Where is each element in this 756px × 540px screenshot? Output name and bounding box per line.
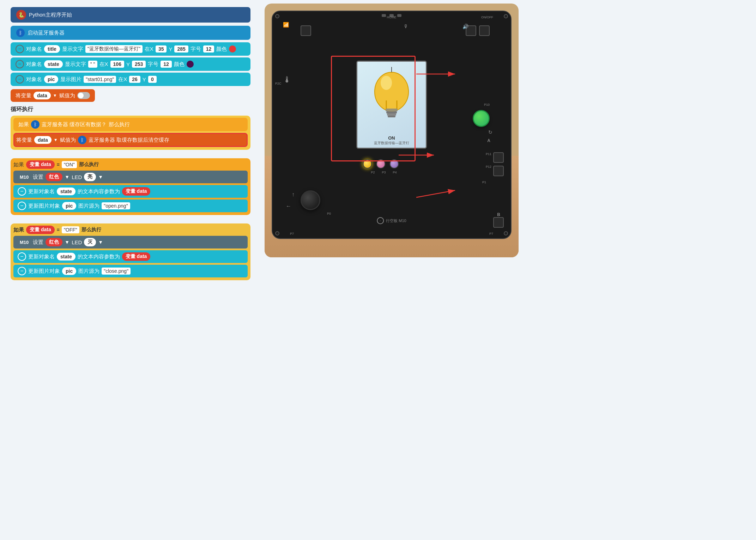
- set-label-on: 设置: [33, 174, 43, 180]
- data-var-pill-2: data: [34, 136, 52, 144]
- assign-label: 赋值为: [59, 92, 75, 99]
- logo-circle: −: [377, 217, 384, 224]
- assign-label-2: 赋值为: [60, 137, 76, 143]
- font-val-1: 12: [203, 45, 214, 53]
- state-pill: state: [44, 60, 63, 68]
- update-state-label2-off: 的文本内容参数为: [78, 253, 120, 260]
- y-val-2: 253: [132, 61, 146, 68]
- y-val-3: 0: [148, 76, 157, 83]
- p4-label: P4: [393, 171, 397, 174]
- show-label-1: 显示文字: [62, 46, 83, 53]
- y-label-2: Y: [126, 61, 130, 67]
- hw-screen: ON 蓝牙数据传输—蓝牙灯: [356, 61, 427, 149]
- display-pic-block: − 对象名 pic 显示图片 start01.png 在X 26 Y 0: [11, 73, 250, 86]
- update-pic-off-block: − 更新图片对象 pic 图片源为 close.png: [13, 265, 248, 277]
- update-state-label-on: 更新对象名: [28, 188, 55, 195]
- conn-slot-3: [397, 14, 401, 17]
- led-label-off: LED: [72, 239, 82, 245]
- title-pill: title: [44, 45, 60, 53]
- set-label-off: 设置: [33, 239, 43, 246]
- minus-icon-5: −: [18, 202, 26, 210]
- if-bluetooth-row: 如果 ᛒ 蓝牙服务器 缓存区有数据？ 那么执行: [13, 118, 248, 131]
- update-state-off-block: − 更新对象名 state 的文本内容参数为 变量 data: [13, 250, 248, 263]
- open-png-on: open.png: [102, 202, 130, 209]
- led-state-off: 灭: [84, 238, 96, 246]
- extra-btn[interactable]: [479, 25, 490, 36]
- board-logo-text: 行空板 M10: [386, 218, 406, 223]
- screen-text: ON 蓝牙数据传输—蓝牙灯: [374, 135, 409, 146]
- obj-label-2: 对象名: [26, 61, 42, 68]
- arrow-down-1: ▼: [53, 93, 57, 98]
- python-start-label: Python主程序开始: [29, 12, 72, 18]
- obj-label-1: 对象名: [26, 46, 42, 53]
- python-start-block: 🐍 Python主程序开始: [11, 7, 250, 23]
- svg-rect-7: [388, 116, 395, 117]
- svg-point-9: [374, 72, 409, 112]
- board-body: HOME ON/OFF: [272, 11, 512, 239]
- red-color-dot: [229, 45, 236, 53]
- bt-clear-label: 蓝牙服务器 取缓存数据后清空缓存: [89, 137, 169, 143]
- b-button[interactable]: [493, 217, 504, 228]
- show-label-3: 显示图片: [60, 76, 81, 83]
- update-state-label-off: 更新对象名: [28, 253, 55, 260]
- m10-badge-2: M10: [18, 239, 31, 246]
- a-label: A: [487, 138, 490, 143]
- loop-label: 循环执行: [11, 106, 250, 113]
- left-arrow-icon: ↑: [292, 191, 295, 198]
- bluetooth-start-label: 启动蓝牙服务器: [28, 30, 65, 36]
- led-label-on: LED: [72, 174, 82, 180]
- obj-label-3: 对象名: [26, 76, 42, 83]
- then-label-off: 那么执行: [81, 227, 101, 233]
- display-state-block: − 对象名 state 显示文字 在X 106 Y 253 字号 12 颜色: [11, 57, 250, 71]
- if-on-group: 如果 变量 data = ON 那么执行 M10 设置 红色 ▼ LED 亮 ▼…: [11, 158, 250, 215]
- arrow-color-off: ▼: [65, 239, 69, 245]
- x-label-3: 在X: [118, 76, 127, 83]
- main-container: 🐍 Python主程序开始 ᛒ 启动蓝牙服务器 − 对象名 title 显示文字…: [0, 0, 756, 287]
- home-btn[interactable]: [301, 25, 311, 36]
- color-label-1: 颜色: [216, 46, 227, 53]
- right-buttons: [493, 152, 504, 176]
- bulb-container: [357, 67, 426, 127]
- update-pic-label-off: 更新图片对象: [28, 268, 60, 275]
- loop-text: 循环执行: [11, 106, 33, 112]
- p12-btn[interactable]: [493, 166, 504, 176]
- color-red-off: 红色: [46, 238, 62, 246]
- screen-subtitle: 蓝牙数据传输—蓝牙灯: [374, 141, 409, 146]
- display-title-block: − 对象名 title 显示文字 蓝牙数据传输—蓝牙灯 在X 35 Y 285 …: [11, 42, 250, 56]
- led-on-block: M10 设置 红色 ▼ LED 亮 ▼: [13, 171, 248, 183]
- update-pic-on-block: − 更新图片对象 pic 图片源为 open.png: [13, 200, 248, 212]
- bt-cache-label: 蓝牙服务器 缓存区有数据？: [42, 121, 107, 128]
- state-pill-off: state: [57, 253, 75, 260]
- dark-purple-color-dot: [187, 61, 194, 68]
- toggle-switch[interactable]: [77, 92, 90, 99]
- update-pic-label2-off: 图片源为: [78, 268, 99, 275]
- color-red-on: 红色: [46, 173, 62, 181]
- green-button[interactable]: [473, 110, 490, 127]
- led-labels: P2 P3 P4: [371, 171, 397, 174]
- arrow-state-off: ▼: [98, 239, 103, 245]
- onoff-label: ON/OFF: [481, 16, 493, 19]
- blocks-panel: 🐍 Python主程序开始 ᛒ 启动蓝牙服务器 − 对象名 title 显示文字…: [11, 7, 250, 280]
- y-label-1: Y: [169, 46, 172, 52]
- minus-icon-4: −: [18, 187, 26, 196]
- mic-icon: 🎙: [404, 24, 409, 29]
- state-text-value: [88, 61, 97, 68]
- x-label-2: 在X: [99, 61, 108, 68]
- then-label-1: 那么执行: [109, 121, 130, 128]
- joystick[interactable]: [301, 190, 320, 210]
- var-data-pill-on: 变量 data: [26, 160, 55, 169]
- var-assign-block: 将变量 data ▼ 赋值为: [11, 89, 250, 102]
- bulb-svg: [369, 67, 415, 127]
- thermo-icon: 🌡: [283, 75, 291, 85]
- var-label-2: 将变量: [16, 137, 32, 143]
- led-yellow: [363, 159, 372, 168]
- font-label-1: 字号: [190, 46, 201, 53]
- p11-btn[interactable]: [493, 152, 504, 163]
- title-text-value: 蓝牙数据传输—蓝牙灯: [85, 45, 143, 53]
- data-var-pill: data: [34, 92, 51, 99]
- x-label-1: 在X: [145, 46, 153, 53]
- top-right-buttons: [466, 25, 490, 36]
- minus-icon-6: −: [18, 252, 26, 261]
- conn-slot-1: [382, 14, 386, 17]
- led-purple: [389, 159, 399, 168]
